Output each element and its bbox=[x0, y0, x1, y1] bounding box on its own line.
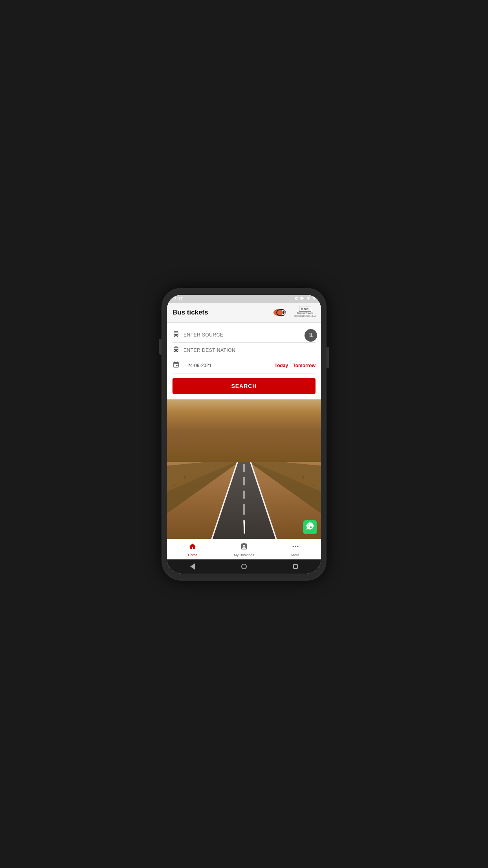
nav-more[interactable]: More bbox=[270, 539, 321, 559]
phone-screen: 12:17 bbox=[167, 295, 321, 574]
clr-logo-svg: R bbox=[270, 307, 294, 318]
bookings-icon bbox=[240, 542, 248, 552]
recents-button[interactable] bbox=[292, 563, 299, 570]
search-button[interactable]: SEARCH bbox=[172, 378, 316, 394]
brand-logo: R GDR Tours & TravelsISO 9001:2015 Certi… bbox=[270, 307, 316, 318]
svg-point-29 bbox=[295, 546, 296, 547]
source-input[interactable] bbox=[183, 332, 316, 338]
svg-line-17 bbox=[244, 520, 244, 533]
swap-icon: ⇅ bbox=[308, 332, 313, 338]
recents-icon bbox=[293, 564, 298, 569]
today-button[interactable]: Today bbox=[275, 363, 288, 368]
svg-point-30 bbox=[297, 546, 298, 547]
battery-icon bbox=[300, 296, 305, 301]
bottom-nav: Home My Bookings M bbox=[167, 539, 321, 559]
app-screen: 12:17 bbox=[167, 295, 321, 574]
road-scene bbox=[167, 399, 321, 539]
swap-button[interactable]: ⇅ bbox=[305, 329, 317, 342]
status-icons bbox=[294, 296, 316, 301]
nav-home[interactable]: Home bbox=[167, 539, 218, 559]
svg-rect-1 bbox=[301, 298, 303, 299]
bus-dest-icon bbox=[172, 346, 180, 355]
wifi-icon bbox=[306, 296, 311, 301]
calendar-icon bbox=[172, 361, 180, 370]
svg-point-21 bbox=[173, 484, 175, 486]
svg-point-23 bbox=[184, 476, 186, 478]
search-form: ⇅ bbox=[167, 323, 321, 399]
svg-point-28 bbox=[292, 546, 294, 547]
bookings-label: My Bookings bbox=[234, 553, 254, 557]
svg-text:R: R bbox=[283, 310, 286, 314]
source-row: ⇅ bbox=[172, 327, 316, 343]
more-label: More bbox=[291, 553, 299, 557]
status-bar: 12:17 bbox=[167, 295, 321, 303]
whatsapp-button[interactable] bbox=[303, 520, 317, 534]
date-value[interactable]: 24-09-2021 bbox=[187, 363, 275, 368]
destination-row bbox=[172, 343, 316, 358]
home-button[interactable] bbox=[240, 563, 248, 570]
svg-rect-2 bbox=[303, 298, 304, 299]
whatsapp-icon bbox=[306, 522, 314, 532]
status-time: 12:17 bbox=[172, 296, 183, 301]
home-icon bbox=[189, 542, 196, 552]
app-header: Bus tickets R GDR Tour bbox=[167, 303, 321, 323]
date-row: 24-09-2021 Today Tomorrow bbox=[172, 358, 316, 373]
nav-bookings[interactable]: My Bookings bbox=[218, 539, 270, 559]
back-icon bbox=[190, 563, 195, 570]
svg-point-27 bbox=[302, 476, 304, 478]
gdr-logo: GDR Tours & TravelsISO 9001:2015 Certifi… bbox=[294, 307, 316, 318]
date-shortcuts: Today Tomorrow bbox=[275, 363, 316, 368]
destination-input[interactable] bbox=[183, 348, 316, 353]
settings-icon bbox=[294, 296, 298, 301]
home-circle-icon bbox=[241, 564, 247, 569]
bus-source-icon bbox=[172, 331, 180, 339]
road-image bbox=[167, 399, 321, 539]
more-icon bbox=[292, 542, 299, 552]
home-label: Home bbox=[188, 553, 197, 557]
app-title: Bus tickets bbox=[172, 309, 208, 316]
svg-point-25 bbox=[313, 484, 314, 486]
phone-device: 12:17 bbox=[161, 288, 327, 581]
tomorrow-button[interactable]: Tomorrow bbox=[293, 363, 316, 368]
android-nav-bar bbox=[167, 559, 321, 574]
signal-icon bbox=[312, 296, 316, 301]
back-button[interactable] bbox=[189, 563, 196, 570]
